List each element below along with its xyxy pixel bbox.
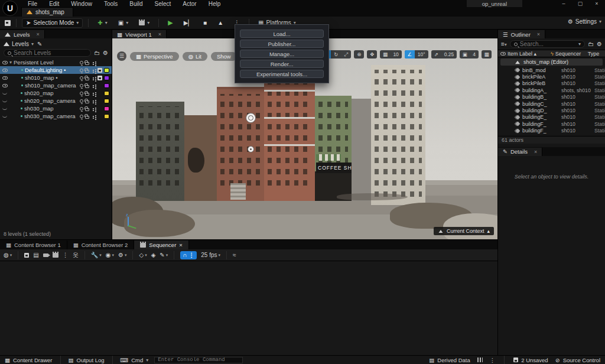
tab-content-browser-1[interactable]: ▦Content Browser 1: [0, 240, 67, 249]
actor-gizmo-sprite[interactable]: [248, 146, 254, 152]
outliner-row[interactable]: buildingA_ shots, sh010 StaticM: [498, 87, 605, 93]
level-row[interactable]: ▾ Persistent Level: [0, 58, 112, 66]
level-row[interactable]: sh030_map_camera: [0, 112, 112, 120]
tools-dropdown-button[interactable]: 🔧▾: [91, 252, 102, 258]
level-row[interactable]: sh020_map: [0, 89, 112, 97]
viewport-menu-icon[interactable]: ☰: [117, 51, 126, 61]
lock-icon[interactable]: [85, 93, 89, 96]
outliner-row[interactable]: buildingD_ sh010 StaticM: [498, 107, 605, 113]
scale-snap-icon[interactable]: ⇗: [431, 50, 441, 58]
visibility-eye-closed-icon[interactable]: [2, 100, 7, 102]
visibility-eye-icon[interactable]: [2, 61, 8, 64]
level-row[interactable]: DefaultLighting •: [0, 66, 112, 74]
quad-view-icon[interactable]: ▦: [482, 50, 492, 58]
add-actor-to-sequencer-button[interactable]: 웃: [73, 251, 79, 259]
lighting-scenario-icon[interactable]: [80, 76, 83, 80]
outliner-row[interactable]: brickPileB sh010 StaticM: [498, 80, 605, 87]
visibility-eye-icon[interactable]: [2, 84, 8, 87]
gear-icon[interactable]: ⚙: [103, 50, 108, 56]
menu-build[interactable]: Build: [124, 1, 148, 7]
eject-button[interactable]: ▲: [214, 18, 227, 28]
camera-speed-value[interactable]: 4: [470, 50, 479, 58]
scale-snap-value[interactable]: 0.25: [441, 50, 457, 58]
auto-key-button[interactable]: ◈: [151, 252, 156, 258]
level-details-icon[interactable]: [93, 62, 94, 63]
level-details-icon[interactable]: [93, 100, 94, 102]
visibility-column-icon[interactable]: [500, 52, 506, 56]
lock-icon[interactable]: [85, 100, 89, 103]
lit-dropdown[interactable]: ◍Lit: [183, 52, 207, 61]
outliner-search-input[interactable]: Search... ▾: [510, 40, 585, 48]
lighting-scenario-icon[interactable]: [80, 115, 83, 118]
outliner-row[interactable]: brickPileA sh010 StaticM: [498, 73, 605, 80]
level-color-swatch[interactable]: [104, 68, 109, 73]
level-color-swatch[interactable]: [104, 76, 109, 80]
tab-outliner[interactable]: ☰ Outliner ×: [498, 30, 545, 38]
create-camera-button[interactable]: [43, 254, 48, 257]
keyframe-options-dropdown[interactable]: ◇▾: [139, 252, 147, 258]
scale-tool[interactable]: ⤢: [341, 50, 351, 58]
visibility-eye-closed-icon[interactable]: [2, 108, 7, 110]
tab-levels[interactable]: Levels ×: [0, 30, 45, 38]
outliner-row[interactable]: buildingF_ sh010 StaticM: [498, 121, 605, 127]
save-level-icon[interactable]: [97, 76, 102, 80]
visibility-eye-closed-icon[interactable]: [2, 115, 7, 118]
cinematics-button[interactable]: ▾: [135, 18, 153, 28]
close-icon[interactable]: ×: [537, 31, 540, 37]
menu-file[interactable]: File: [22, 1, 43, 7]
current-context-button[interactable]: Current Context ▴: [434, 227, 494, 235]
source-control-button[interactable]: ⊘ Source Control: [555, 357, 600, 363]
playback-options-dropdown[interactable]: ⚙▾: [118, 252, 126, 258]
lock-icon[interactable]: [85, 108, 89, 111]
level-color-swatch[interactable]: [104, 91, 109, 96]
menu-item-publisher---[interactable]: Publisher...: [240, 40, 324, 48]
light-gizmo-sprite[interactable]: [246, 113, 256, 123]
visibility-eye-icon[interactable]: [2, 76, 8, 80]
settings-dropdown[interactable]: ⚙ Settings ▾: [568, 18, 601, 25]
level-details-icon[interactable]: [93, 85, 94, 86]
level-row[interactable]: sh010_map •: [0, 74, 112, 82]
lighting-scenario-icon[interactable]: [80, 107, 83, 110]
stop-button[interactable]: ■: [200, 18, 210, 28]
console-command-input[interactable]: [154, 357, 243, 363]
save-sequence-button[interactable]: [24, 253, 29, 258]
column-sequencer[interactable]: Sequencer: [555, 51, 586, 57]
selection-mode-dropdown[interactable]: ➤ Selection Mode ▾: [22, 18, 83, 28]
levels-search-input[interactable]: Search Levels: [4, 49, 91, 57]
column-item-label[interactable]: Item Label ▴: [508, 51, 549, 57]
close-icon[interactable]: ×: [534, 149, 537, 155]
level-row[interactable]: sh010_map_camera: [0, 82, 112, 89]
tab-viewport-1[interactable]: ▦ Viewport 1 ×: [112, 30, 167, 38]
view-options-dropdown[interactable]: ◉▾: [106, 252, 114, 258]
menu-item-experimental-tools---[interactable]: Experimental tools...: [240, 70, 324, 78]
angle-snap-value[interactable]: 10°: [415, 50, 428, 58]
unreal-logo-icon[interactable]: U: [2, 1, 18, 16]
visibility-eye-closed-icon[interactable]: [2, 92, 7, 95]
surface-snap-icon[interactable]: ✥: [367, 50, 377, 58]
level-color-swatch[interactable]: [104, 106, 109, 111]
render-movie-button[interactable]: [53, 253, 58, 258]
grid-snap-icon[interactable]: ▦: [380, 50, 390, 58]
lock-icon[interactable]: [85, 85, 89, 88]
outliner-row[interactable]: buildingE_ sh010 StaticM: [498, 114, 605, 121]
menu-item-load---[interactable]: Load...: [240, 30, 324, 38]
lock-icon[interactable]: [85, 77, 89, 80]
rotate-tool[interactable]: ↻: [331, 50, 341, 58]
edit-options-dropdown[interactable]: ✎▾: [160, 252, 168, 258]
edit-icon[interactable]: ✎: [37, 41, 42, 47]
close-icon[interactable]: ×: [158, 31, 161, 37]
menu-tools[interactable]: Tools: [99, 1, 123, 7]
menu-item-manage---[interactable]: Manage...: [240, 50, 324, 58]
lock-icon[interactable]: [85, 70, 89, 73]
snap-toggle-button[interactable]: ∩ ⋮: [180, 251, 197, 259]
close-icon[interactable]: ×: [179, 242, 183, 248]
sequencer-options-dropdown[interactable]: ◍▾: [4, 252, 12, 258]
level-details-icon[interactable]: [93, 77, 94, 79]
menu-edit[interactable]: Edit: [44, 1, 64, 7]
curve-editor-button[interactable]: ≈: [233, 252, 236, 258]
output-log-button[interactable]: ▤ Output Log: [69, 357, 105, 363]
level-row[interactable]: sh030_map: [0, 105, 112, 112]
minimize-button[interactable]: –: [555, 0, 572, 7]
browse-sequence-button[interactable]: ▤: [33, 252, 38, 258]
play-button[interactable]: ▶: [164, 18, 176, 28]
